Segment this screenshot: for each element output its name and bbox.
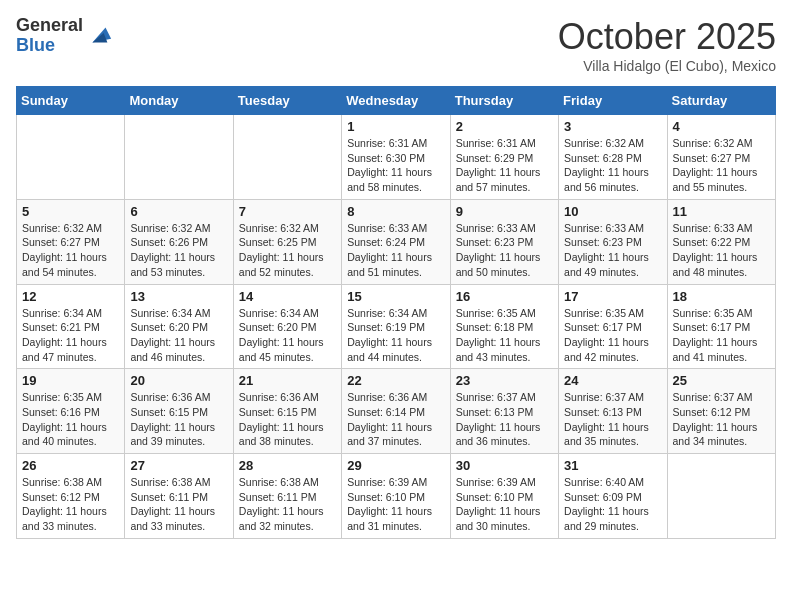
calendar-cell: 17Sunrise: 6:35 AMSunset: 6:17 PMDayligh… [559,284,667,369]
calendar-cell: 8Sunrise: 6:33 AMSunset: 6:24 PMDaylight… [342,199,450,284]
day-info: Sunrise: 6:33 AMSunset: 6:23 PMDaylight:… [564,221,661,280]
calendar-cell: 1Sunrise: 6:31 AMSunset: 6:30 PMDaylight… [342,115,450,200]
calendar-cell: 3Sunrise: 6:32 AMSunset: 6:28 PMDaylight… [559,115,667,200]
calendar-cell: 19Sunrise: 6:35 AMSunset: 6:16 PMDayligh… [17,369,125,454]
calendar-week-5: 26Sunrise: 6:38 AMSunset: 6:12 PMDayligh… [17,454,776,539]
day-info: Sunrise: 6:36 AMSunset: 6:15 PMDaylight:… [130,390,227,449]
day-number: 11 [673,204,770,219]
calendar-cell: 2Sunrise: 6:31 AMSunset: 6:29 PMDaylight… [450,115,558,200]
logo-icon [85,20,113,48]
day-header-saturday: Saturday [667,87,775,115]
day-header-monday: Monday [125,87,233,115]
calendar-cell: 24Sunrise: 6:37 AMSunset: 6:13 PMDayligh… [559,369,667,454]
day-info: Sunrise: 6:38 AMSunset: 6:11 PMDaylight:… [130,475,227,534]
calendar-cell [233,115,341,200]
day-number: 9 [456,204,553,219]
calendar-week-2: 5Sunrise: 6:32 AMSunset: 6:27 PMDaylight… [17,199,776,284]
day-info: Sunrise: 6:32 AMSunset: 6:27 PMDaylight:… [22,221,119,280]
day-number: 18 [673,289,770,304]
day-header-tuesday: Tuesday [233,87,341,115]
day-info: Sunrise: 6:34 AMSunset: 6:19 PMDaylight:… [347,306,444,365]
day-header-sunday: Sunday [17,87,125,115]
day-header-wednesday: Wednesday [342,87,450,115]
day-number: 8 [347,204,444,219]
day-info: Sunrise: 6:32 AMSunset: 6:28 PMDaylight:… [564,136,661,195]
calendar-cell: 22Sunrise: 6:36 AMSunset: 6:14 PMDayligh… [342,369,450,454]
calendar-cell: 26Sunrise: 6:38 AMSunset: 6:12 PMDayligh… [17,454,125,539]
day-number: 27 [130,458,227,473]
calendar-cell [667,454,775,539]
calendar-cell: 4Sunrise: 6:32 AMSunset: 6:27 PMDaylight… [667,115,775,200]
day-info: Sunrise: 6:34 AMSunset: 6:20 PMDaylight:… [239,306,336,365]
day-number: 17 [564,289,661,304]
day-info: Sunrise: 6:35 AMSunset: 6:17 PMDaylight:… [564,306,661,365]
calendar-cell: 13Sunrise: 6:34 AMSunset: 6:20 PMDayligh… [125,284,233,369]
day-number: 25 [673,373,770,388]
day-number: 24 [564,373,661,388]
day-number: 14 [239,289,336,304]
calendar-cell: 18Sunrise: 6:35 AMSunset: 6:17 PMDayligh… [667,284,775,369]
calendar-cell: 5Sunrise: 6:32 AMSunset: 6:27 PMDaylight… [17,199,125,284]
day-number: 3 [564,119,661,134]
calendar-cell: 25Sunrise: 6:37 AMSunset: 6:12 PMDayligh… [667,369,775,454]
day-info: Sunrise: 6:34 AMSunset: 6:20 PMDaylight:… [130,306,227,365]
calendar-week-1: 1Sunrise: 6:31 AMSunset: 6:30 PMDaylight… [17,115,776,200]
calendar-cell: 21Sunrise: 6:36 AMSunset: 6:15 PMDayligh… [233,369,341,454]
day-number: 26 [22,458,119,473]
day-number: 31 [564,458,661,473]
day-info: Sunrise: 6:39 AMSunset: 6:10 PMDaylight:… [456,475,553,534]
day-header-friday: Friday [559,87,667,115]
day-info: Sunrise: 6:37 AMSunset: 6:12 PMDaylight:… [673,390,770,449]
day-info: Sunrise: 6:36 AMSunset: 6:15 PMDaylight:… [239,390,336,449]
day-number: 22 [347,373,444,388]
day-number: 23 [456,373,553,388]
day-info: Sunrise: 6:35 AMSunset: 6:18 PMDaylight:… [456,306,553,365]
day-number: 19 [22,373,119,388]
day-info: Sunrise: 6:32 AMSunset: 6:27 PMDaylight:… [673,136,770,195]
day-info: Sunrise: 6:38 AMSunset: 6:12 PMDaylight:… [22,475,119,534]
day-number: 28 [239,458,336,473]
calendar-cell: 14Sunrise: 6:34 AMSunset: 6:20 PMDayligh… [233,284,341,369]
calendar-week-3: 12Sunrise: 6:34 AMSunset: 6:21 PMDayligh… [17,284,776,369]
day-info: Sunrise: 6:37 AMSunset: 6:13 PMDaylight:… [456,390,553,449]
day-number: 16 [456,289,553,304]
day-number: 2 [456,119,553,134]
calendar-cell: 16Sunrise: 6:35 AMSunset: 6:18 PMDayligh… [450,284,558,369]
day-number: 6 [130,204,227,219]
day-number: 15 [347,289,444,304]
calendar-header-row: SundayMondayTuesdayWednesdayThursdayFrid… [17,87,776,115]
day-info: Sunrise: 6:32 AMSunset: 6:25 PMDaylight:… [239,221,336,280]
logo-general-text: General [16,16,83,36]
day-number: 20 [130,373,227,388]
location-subtitle: Villa Hidalgo (El Cubo), Mexico [558,58,776,74]
day-number: 4 [673,119,770,134]
day-number: 30 [456,458,553,473]
calendar-week-4: 19Sunrise: 6:35 AMSunset: 6:16 PMDayligh… [17,369,776,454]
day-header-thursday: Thursday [450,87,558,115]
day-info: Sunrise: 6:40 AMSunset: 6:09 PMDaylight:… [564,475,661,534]
calendar-cell: 7Sunrise: 6:32 AMSunset: 6:25 PMDaylight… [233,199,341,284]
day-info: Sunrise: 6:32 AMSunset: 6:26 PMDaylight:… [130,221,227,280]
calendar-cell: 28Sunrise: 6:38 AMSunset: 6:11 PMDayligh… [233,454,341,539]
day-number: 21 [239,373,336,388]
day-info: Sunrise: 6:31 AMSunset: 6:29 PMDaylight:… [456,136,553,195]
calendar-cell: 11Sunrise: 6:33 AMSunset: 6:22 PMDayligh… [667,199,775,284]
month-title: October 2025 [558,16,776,58]
calendar-cell: 31Sunrise: 6:40 AMSunset: 6:09 PMDayligh… [559,454,667,539]
calendar-table: SundayMondayTuesdayWednesdayThursdayFrid… [16,86,776,539]
calendar-cell: 20Sunrise: 6:36 AMSunset: 6:15 PMDayligh… [125,369,233,454]
day-info: Sunrise: 6:36 AMSunset: 6:14 PMDaylight:… [347,390,444,449]
day-number: 12 [22,289,119,304]
day-info: Sunrise: 6:39 AMSunset: 6:10 PMDaylight:… [347,475,444,534]
day-info: Sunrise: 6:33 AMSunset: 6:24 PMDaylight:… [347,221,444,280]
logo: General Blue [16,16,113,56]
day-info: Sunrise: 6:37 AMSunset: 6:13 PMDaylight:… [564,390,661,449]
calendar-body: 1Sunrise: 6:31 AMSunset: 6:30 PMDaylight… [17,115,776,539]
calendar-cell: 30Sunrise: 6:39 AMSunset: 6:10 PMDayligh… [450,454,558,539]
calendar-cell [17,115,125,200]
day-info: Sunrise: 6:35 AMSunset: 6:16 PMDaylight:… [22,390,119,449]
calendar-cell: 12Sunrise: 6:34 AMSunset: 6:21 PMDayligh… [17,284,125,369]
page-header: General Blue October 2025 Villa Hidalgo … [16,16,776,74]
day-info: Sunrise: 6:33 AMSunset: 6:22 PMDaylight:… [673,221,770,280]
calendar-cell: 15Sunrise: 6:34 AMSunset: 6:19 PMDayligh… [342,284,450,369]
